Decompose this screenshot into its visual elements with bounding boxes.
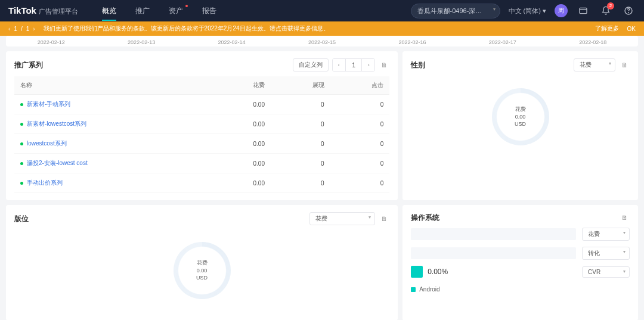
metric-select[interactable]: CVR bbox=[582, 266, 630, 278]
table-header-row: 名称 花费 展现 点击 bbox=[14, 76, 389, 95]
os-row: 0.00% CVR bbox=[411, 266, 630, 278]
campaign-link[interactable]: 手动出价系列 bbox=[27, 179, 63, 187]
metric-select[interactable]: 花费 bbox=[582, 228, 630, 241]
campaign-link[interactable]: 新素材-手动系列 bbox=[27, 100, 70, 108]
avatar[interactable]: 周 bbox=[555, 4, 568, 17]
select-label: 转化 bbox=[588, 250, 600, 256]
status-dot-icon bbox=[20, 182, 23, 185]
timeline-date: 2022-02-17 bbox=[489, 39, 516, 45]
custom-columns-button[interactable]: 自定义列 bbox=[293, 58, 329, 72]
bell-icon[interactable]: 2 bbox=[599, 4, 613, 18]
export-icon[interactable]: 🗎 bbox=[379, 213, 389, 224]
os-row: 转化 bbox=[411, 247, 630, 260]
campaign-series-card: 推广系列 自定义列 ‹ 1 › 🗎 名称 花费 展现 bbox=[6, 51, 398, 200]
help-icon[interactable] bbox=[621, 4, 636, 18]
timeline-date: 2022-02-15 bbox=[308, 39, 336, 45]
card-header: 性别 花费 🗎 bbox=[411, 58, 630, 72]
timeline-date: 2022-02-18 bbox=[579, 39, 606, 45]
export-icon[interactable]: 🗎 bbox=[619, 60, 630, 70]
card-header: 版位 花费 🗎 bbox=[14, 212, 389, 225]
card-header: 推广系列 自定义列 ‹ 1 › 🗎 bbox=[14, 58, 389, 72]
legend-color-icon bbox=[411, 287, 416, 292]
svg-point-2 bbox=[628, 13, 629, 13]
os-row: 花费 bbox=[411, 228, 630, 241]
campaign-link[interactable]: lowestcost系列 bbox=[27, 139, 67, 148]
timeline-card: 2022-02-12 2022-02-13 2022-02-14 2022-02… bbox=[6, 36, 638, 46]
banner-pager: ‹ 1 / 1 › bbox=[8, 26, 35, 32]
pager-prev-icon[interactable]: ‹ bbox=[333, 59, 345, 71]
gender-chart: 花费 0.00 USD bbox=[411, 76, 630, 160]
card-header: 操作系统 🗎 bbox=[411, 212, 630, 223]
timeline-date: 2022-02-14 bbox=[218, 39, 246, 45]
metric-select[interactable]: 花费 bbox=[574, 58, 615, 72]
metric-select[interactable]: 花费 bbox=[309, 212, 375, 225]
notification-dot-icon bbox=[185, 5, 188, 7]
banner-ok-button[interactable]: OK bbox=[627, 26, 636, 32]
table-row: 新素材-lowestcost系列0.0000 bbox=[14, 114, 389, 134]
cell-clicks: 0 bbox=[330, 114, 390, 134]
col-impressions: 展现 bbox=[271, 76, 330, 95]
select-label: CVR bbox=[588, 269, 600, 275]
cell-impressions: 0 bbox=[271, 95, 330, 114]
timeline-date: 2022-02-13 bbox=[128, 39, 155, 45]
banner-learn-more[interactable]: 了解更多 bbox=[595, 24, 619, 33]
banner-prev-icon[interactable]: ‹ bbox=[8, 26, 10, 32]
nav-label: 资产 bbox=[169, 7, 183, 15]
card-controls: 自定义列 ‹ 1 › 🗎 bbox=[293, 58, 389, 72]
export-icon[interactable]: 🗎 bbox=[379, 60, 389, 70]
brand: TikTok 广告管理平台 bbox=[8, 5, 78, 16]
card-controls: 花费 🗎 bbox=[309, 212, 389, 225]
pager-next-icon[interactable]: › bbox=[363, 59, 374, 71]
donut-center: 花费 0.00 USD bbox=[196, 259, 208, 282]
os-card: 操作系统 🗎 花费 转化 0.00% CVR bbox=[402, 205, 638, 320]
cell-name: 手动出价系列 bbox=[14, 173, 211, 193]
top-header: TikTok 广告管理平台 概览 推广 资产 报告 香瓜斗泉酿-0496-深… … bbox=[0, 0, 644, 21]
cell-name: 新素材-手动系列 bbox=[14, 95, 211, 114]
brand-logo: TikTok bbox=[8, 5, 36, 15]
table-row: 新素材-手动系列0.0000 bbox=[14, 95, 389, 114]
select-label: 花费 bbox=[580, 61, 592, 68]
cell-spend: 0.00 bbox=[211, 95, 271, 114]
cell-clicks: 0 bbox=[330, 95, 390, 114]
placement-chart: 花费 0.00 USD bbox=[14, 230, 389, 313]
nav-overview[interactable]: 概览 bbox=[94, 1, 125, 21]
campaign-link[interactable]: 新素材-lowestcost系列 bbox=[27, 120, 86, 128]
campaign-table: 名称 花费 展现 点击 新素材-手动系列0.0000新素材-lowestcost… bbox=[14, 76, 389, 193]
notification-badge: 2 bbox=[607, 2, 614, 10]
placement-card: 版位 花费 🗎 花费 0.00 USD bbox=[6, 205, 398, 320]
cell-spend: 0.00 bbox=[211, 154, 271, 173]
main-nav: 概览 推广 资产 报告 bbox=[94, 1, 225, 21]
nav-campaign[interactable]: 推广 bbox=[127, 1, 158, 21]
export-icon[interactable]: 🗎 bbox=[619, 212, 630, 223]
inbox-icon[interactable] bbox=[576, 4, 590, 18]
campaign-link[interactable]: 漏投2-安装-lowest cost bbox=[27, 159, 88, 167]
donut-value: 0.00 bbox=[196, 267, 208, 275]
os-bar bbox=[411, 247, 576, 259]
donut-chart: 花费 0.00 USD bbox=[492, 88, 549, 145]
status-dot-icon bbox=[20, 142, 23, 145]
pager: ‹ 1 › bbox=[332, 58, 375, 72]
timeline-date: 2022-02-12 bbox=[38, 39, 65, 45]
account-selector[interactable]: 香瓜斗泉酿-0496-深… bbox=[411, 4, 500, 18]
metric-select[interactable]: 转化 bbox=[582, 247, 630, 260]
nav-assets[interactable]: 资产 bbox=[160, 1, 191, 21]
status-dot-icon bbox=[20, 123, 23, 126]
status-dot-icon bbox=[20, 162, 23, 165]
os-legend: Android bbox=[411, 286, 630, 293]
cell-clicks: 0 bbox=[330, 134, 390, 154]
notice-banner: ‹ 1 / 1 › 我们更新了使用我们产品和服务的条款。该更新后的条款将于202… bbox=[0, 21, 644, 36]
pager-number: 1 bbox=[345, 59, 362, 71]
language-selector[interactable]: 中文 (简体) ▾ bbox=[509, 7, 546, 15]
cell-spend: 0.00 bbox=[211, 134, 271, 154]
os-bar bbox=[411, 228, 576, 240]
nav-reports[interactable]: 报告 bbox=[194, 1, 225, 21]
cell-spend: 0.00 bbox=[211, 173, 271, 193]
cell-impressions: 0 bbox=[271, 173, 330, 193]
banner-next-icon[interactable]: › bbox=[33, 26, 35, 32]
cell-clicks: 0 bbox=[330, 154, 390, 173]
banner-page-total: 1 bbox=[26, 26, 30, 32]
donut-value: 0.00 bbox=[515, 113, 526, 121]
gender-card: 性别 花费 🗎 花费 0.00 USD bbox=[402, 51, 638, 200]
donut-label: 花费 bbox=[515, 105, 526, 113]
select-label: 花费 bbox=[588, 231, 600, 237]
